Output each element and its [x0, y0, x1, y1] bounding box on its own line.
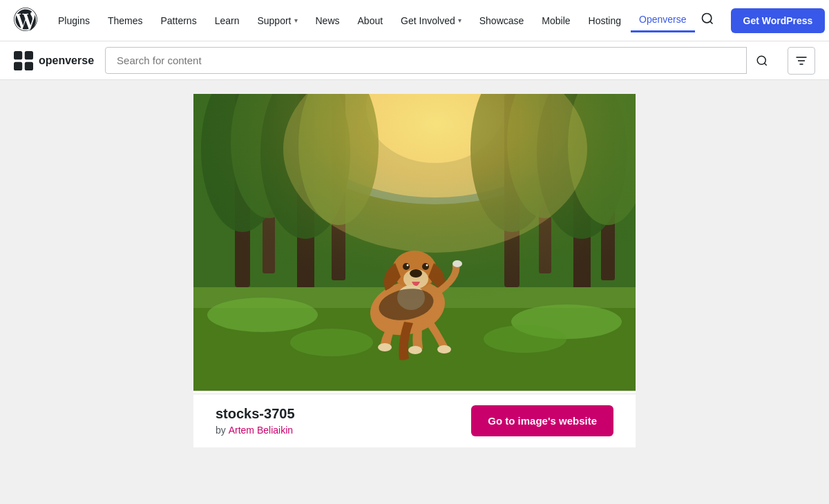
nav-item-themes[interactable]: Themes [99, 10, 151, 32]
svg-point-6 [757, 56, 765, 64]
nav-right: Get WordPress [695, 6, 826, 35]
get-wordpress-button[interactable]: Get WordPress [731, 8, 826, 33]
svg-line-1 [709, 21, 712, 24]
svg-rect-4 [14, 61, 22, 70]
image-author: by Artem Beliaikin [216, 425, 295, 436]
filter-icon [794, 54, 808, 68]
svg-rect-2 [14, 51, 22, 59]
nav-item-about[interactable]: About [350, 10, 392, 32]
nav-item-plugins[interactable]: Plugins [50, 10, 98, 32]
main-content: stocks-3705 by Artem Beliaikin Go to ima… [0, 80, 829, 504]
nav-item-get-involved[interactable]: Get Involved ▾ [392, 10, 470, 32]
nav-item-learn[interactable]: Learn [207, 10, 248, 32]
nav-item-support[interactable]: Support ▾ [249, 10, 305, 32]
svg-line-7 [764, 63, 766, 65]
openverse-logo[interactable]: openverse [14, 51, 94, 70]
search-input[interactable] [105, 47, 776, 74]
author-link[interactable]: Artem Beliaikin [229, 425, 293, 436]
chevron-down-icon: ▾ [294, 17, 298, 24]
chevron-down-icon: ▾ [458, 17, 461, 24]
openverse-logo-text: openverse [39, 55, 94, 67]
nav-item-mobile[interactable]: Mobile [533, 10, 578, 32]
image-title: stocks-3705 [216, 406, 295, 422]
filter-button[interactable] [788, 47, 815, 75]
search-icon[interactable] [695, 6, 720, 35]
svg-rect-5 [25, 61, 33, 70]
nav-item-news[interactable]: News [307, 10, 348, 32]
search-bar [105, 47, 776, 74]
info-bar: stocks-3705 by Artem Beliaikin Go to ima… [193, 394, 636, 447]
svg-rect-3 [25, 51, 33, 59]
openverse-bar: openverse [0, 41, 829, 80]
visit-website-button[interactable]: Go to image's website [471, 405, 613, 436]
nav-links: Plugins Themes Patterns Learn Support ▾ … [50, 8, 695, 32]
image-title-section: stocks-3705 by Artem Beliaikin [216, 406, 295, 436]
search-submit-button[interactable] [746, 47, 776, 74]
media-image [193, 94, 636, 391]
image-container: stocks-3705 by Artem Beliaikin Go to ima… [193, 94, 636, 447]
svg-point-0 [702, 14, 711, 23]
top-navigation: Plugins Themes Patterns Learn Support ▾ … [0, 0, 829, 41]
search-icon [756, 55, 768, 67]
svg-rect-52 [193, 94, 636, 391]
nav-item-hosting[interactable]: Hosting [580, 10, 629, 32]
nav-item-patterns[interactable]: Patterns [153, 10, 205, 32]
nav-item-openverse[interactable]: Openverse [631, 8, 694, 32]
wordpress-logo[interactable] [14, 8, 37, 34]
nav-item-showcase[interactable]: Showcase [471, 10, 533, 32]
